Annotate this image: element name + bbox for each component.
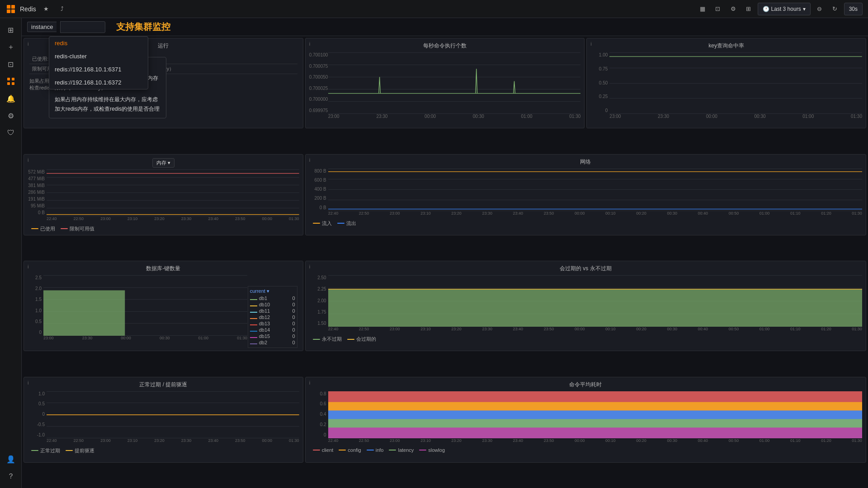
panel-info-expired[interactable]: i (309, 264, 310, 269)
db-legend-row-db2: db20 (250, 339, 295, 346)
db-legend-color-db14 (250, 331, 257, 332)
sidebar-item-alert[interactable]: 🔔 (3, 90, 19, 107)
legend-cmd-latency: client config info latency slowlog (309, 446, 862, 454)
panel-commands-per-sec: i 每秒命令执行个数 0.7001000.7000750.700050 0.70… (305, 38, 585, 128)
x-axis-commands: 23:0023:3000:0000:3001:0001:30 (328, 114, 581, 122)
app-title: Redis (20, 5, 36, 13)
top-nav-right: ▦ ⊡ ⚙ ⊞ 🕐 Last 3 hours ▾ ⊖ ↻ 30s (696, 3, 863, 15)
dropdown-item-redis[interactable]: redis (49, 37, 148, 50)
left-sidebar: ⊞ ＋ ⊡ 🔔 ⚙ 🛡 👤 ？ (0, 18, 22, 488)
sidebar-item-dashboard[interactable]: ⊡ (3, 56, 19, 72)
db-legend-color-db15 (250, 337, 257, 338)
dropdown-item-redis-cluster[interactable]: redis-cluster (49, 50, 148, 63)
legend-item-normal-expire: 正常过期 (31, 447, 60, 454)
instance-input[interactable] (60, 21, 105, 33)
sidebar-item-help[interactable]: ？ (3, 468, 19, 484)
sidebar-item-explore[interactable] (3, 73, 19, 89)
refresh-icon-button[interactable]: ↻ (829, 3, 841, 15)
chart-canvas-commands (328, 52, 581, 114)
panel-info-expired-evicted[interactable]: i (28, 380, 28, 385)
db-legend-color-db13 (250, 324, 257, 325)
legend-label-used: 已使用 (40, 225, 55, 232)
db-legend-title: current ▾ (250, 288, 269, 294)
time-range-button[interactable]: 🕐 Last 3 hours ▾ (758, 3, 811, 15)
legend-dot-outflow (337, 223, 344, 224)
legend-label-outflow: 流出 (346, 220, 356, 227)
dropdown-item-redis-6372[interactable]: redis://192.168.10.1:6372 (49, 76, 148, 89)
legend-label-slowlog: slowlog (428, 447, 445, 453)
legend-expired: 永不过期 会过期的 (309, 335, 862, 343)
chevron-down-icon: ▾ (803, 6, 806, 12)
main-content: instance 支持集群监控 redis redis-cluster redi… (22, 18, 868, 488)
time-range-label: Last 3 hours (771, 6, 801, 12)
chart-network: 800 B600 B400 B200 B0 B 22:4022:5023:002… (309, 169, 862, 219)
panel-title-hit-rate: key查询命中率 (590, 42, 862, 50)
svg-rect-1 (11, 5, 15, 9)
chart-canvas-expired-evicted (47, 391, 299, 438)
svg-rect-4 (7, 78, 10, 80)
panel-cmd-latency: i 命令平均耗时 0.80.60.40.20 (305, 377, 866, 463)
monitor-button[interactable]: ⊞ (742, 3, 755, 15)
panel-info-db-keys[interactable]: i (28, 264, 28, 269)
panel-title-commands: 每秒命令执行个数 (309, 42, 581, 50)
memory-dropdown-btn[interactable]: 内存 ▾ (152, 158, 175, 168)
share-button[interactable]: ⤴ (56, 3, 69, 15)
legend-item-slowlog: slowlog (419, 447, 445, 453)
y-axis-expired: 2.502.252.001.751.50 (309, 275, 328, 326)
x-axis-hit-rate: 23:0023:3000:0000:3001:0001:30 (609, 114, 862, 122)
bar-chart-button[interactable]: ▦ (696, 3, 709, 15)
refresh-interval-label: 30s (849, 6, 858, 12)
legend-item-config: config (339, 447, 361, 453)
chart-canvas-memory-detail (47, 169, 299, 216)
legend-dot-used (31, 228, 38, 229)
panel-title-expired-evicted: 正常过期 / 提前驱逐 (28, 381, 299, 389)
panel-network: i 网络 800 B600 B400 B200 B0 B (305, 154, 866, 235)
top-nav: Redis ★ ⤴ ▦ ⊡ ⚙ ⊞ 🕐 Last 3 hours ▾ ⊖ ↻ 3… (0, 0, 868, 18)
tooltip-line3: 如果占用内存持续维持在最大内存，应考虑加大redis内存，或检查redis的使用… (55, 95, 160, 113)
panel-db-keys: i 数据库-键数量 2.52.01.51.00.50 (24, 261, 303, 351)
panel-info-cmd-latency[interactable]: i (309, 380, 310, 385)
panel-expired-vs-no-expiry: i 会过期的 vs 永不过期 2.502.252.001.751.50 (305, 261, 866, 351)
tv-button[interactable]: ⊡ (712, 3, 724, 15)
star-button[interactable]: ★ (40, 3, 52, 15)
panel-info-running[interactable]: i (28, 41, 28, 47)
refresh-interval-button[interactable]: 30s (844, 3, 863, 15)
panel-info-hit-rate[interactable]: i (590, 41, 591, 47)
panel-info-network[interactable]: i (309, 157, 310, 163)
sidebar-item-add[interactable]: ＋ (3, 39, 19, 55)
sidebar-item-user[interactable]: 👤 (3, 451, 19, 467)
chart-expired-evicted: 1.00.50-0.5-1.0 22:4022:5023:0023:1023:2… (28, 391, 299, 446)
db-legend: current ▾ db10 db100 db110 db120 (248, 286, 297, 348)
filter-bar: instance 支持集群监控 (22, 18, 868, 36)
legend-expired-evicted: 正常过期 提前驱逐 (28, 446, 299, 455)
svg-rect-2 (7, 9, 10, 13)
top-nav-left: Redis ★ ⤴ (5, 3, 693, 15)
y-axis-cmd-latency: 0.80.60.40.20 (309, 391, 328, 437)
legend-network: 流入 流出 (309, 219, 862, 228)
panel-info-memory-detail[interactable]: i (28, 157, 28, 163)
x-axis-expired-evicted: 22:4022:5023:0023:1023:20 23:3023:4023:5… (47, 438, 299, 446)
legend-label-latency: latency (398, 447, 414, 453)
db-legend-row-db10: db100 (250, 301, 295, 308)
legend-dot-maxmem (61, 228, 68, 229)
svg-rect-6 (7, 82, 10, 85)
sidebar-item-grid[interactable]: ⊞ (3, 22, 19, 38)
sidebar-item-config[interactable]: ⚙ (3, 108, 19, 124)
panel-info-commands[interactable]: i (309, 41, 310, 47)
legend-label-client: client (322, 447, 334, 453)
db-legend-color-db12 (250, 318, 257, 319)
legend-dot-client (313, 450, 320, 450)
sidebar-item-shield[interactable]: 🛡 (3, 125, 19, 141)
dropdown-item-redis-6371[interactable]: redis://192.168.10.1:6371 (49, 63, 148, 76)
x-axis-network: 22:4022:5023:0023:1023:20 23:3023:4023:5… (328, 211, 862, 219)
y-axis-commands: 0.7001000.7000750.700050 0.7000250.70000… (309, 52, 328, 113)
x-axis-expired: 22:4022:5023:0023:1023:20 23:3023:4023:5… (328, 327, 862, 335)
legend-dot-normal-expire (31, 450, 38, 451)
db-legend-color-db1 (250, 299, 257, 300)
x-axis-db-keys: 23:0023:3000:0000:3001:0001:30 (43, 336, 247, 344)
zoom-out-button[interactable]: ⊖ (813, 3, 826, 15)
y-axis-db-keys: 2.52.01.51.00.50 (28, 275, 43, 335)
settings-button[interactable]: ⚙ (727, 3, 740, 15)
panel-title-expired: 会过期的 vs 永不过期 (309, 265, 862, 272)
legend-item-client: client (313, 447, 334, 453)
